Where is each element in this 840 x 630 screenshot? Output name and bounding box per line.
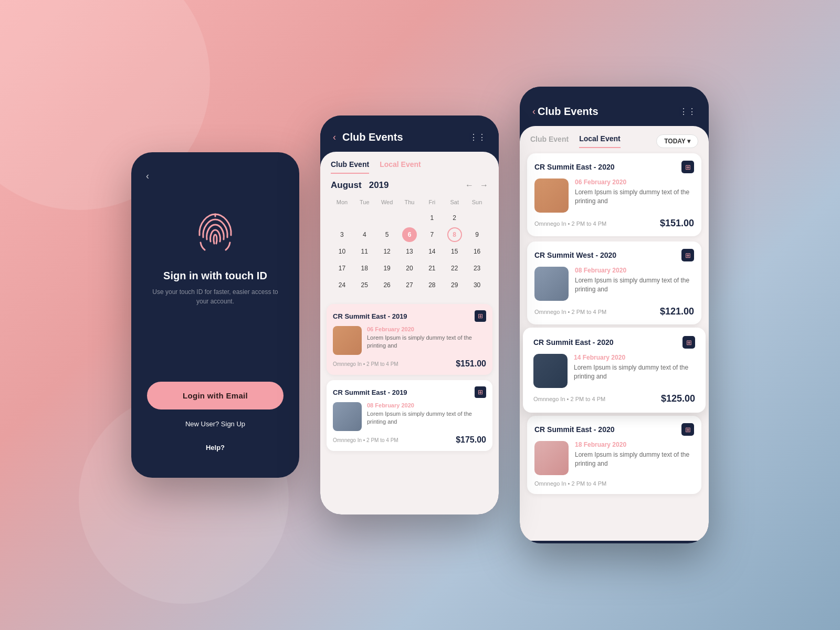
cal-date-14[interactable]: 14 [425, 244, 439, 259]
event-2-date: 08 February 2020 [367, 402, 486, 408]
screen2-back-icon[interactable]: ‹ [333, 132, 336, 143]
s3-bookmark-icon-2: ⊞ [685, 251, 691, 259]
s3-event-4-info: 18 February 2020 Lorem Ipsum is simply d… [575, 441, 694, 475]
cal-date-3[interactable]: 3 [334, 227, 349, 242]
cal-date-12[interactable]: 12 [380, 244, 394, 259]
tab-local-event[interactable]: Local Event [380, 160, 421, 174]
s3-event-3-price: $125.00 [661, 393, 695, 404]
screen3-header-left: ‹ Club Events [532, 106, 598, 118]
tab-s3-club-event[interactable]: Club Event [530, 135, 569, 148]
cal-date-2[interactable]: 2 [447, 211, 462, 225]
event-card-1: CR Summit East - 2019 ⊞ 06 February 2020… [327, 304, 492, 375]
cal-date-5[interactable]: 5 [380, 227, 394, 242]
s3-event-2-desc: Lorem Ipsum is simply dummy text of the … [575, 276, 694, 294]
cal-next-icon[interactable]: → [480, 181, 488, 190]
cal-date-20[interactable]: 20 [402, 261, 417, 276]
sign-in-subtitle: Use your touch ID for faster, easier acc… [147, 287, 284, 306]
cal-date-28[interactable]: 28 [425, 278, 439, 292]
cal-date-8[interactable]: 8 [447, 227, 462, 242]
screen2-tabs: Club Event Local Event [320, 152, 499, 174]
event-2-bookmark[interactable]: ⊞ [475, 386, 486, 398]
cal-day-sun: Sun [466, 197, 488, 207]
tab-club-event[interactable]: Club Event [331, 160, 369, 174]
s3-event-3-title: CR Summit East - 2020 [533, 338, 614, 346]
cal-date-23[interactable]: 23 [470, 261, 485, 276]
s3-event-4-body: 18 February 2020 Lorem Ipsum is simply d… [534, 441, 694, 475]
event-2-meta: Omnnego In • 2 PM to 4 PM [333, 437, 398, 443]
tab-s3-local-event[interactable]: Local Event [579, 134, 621, 148]
s3-event-2-footer: Omnnego In • 2 PM to 4 PM $121.00 [534, 306, 694, 317]
event-2-body: 08 February 2020 Lorem Ipsum is simply d… [333, 402, 486, 431]
cal-date[interactable] [357, 211, 372, 225]
screen3-content: Club Event Local Event TODAY ▾ CR Summit… [520, 126, 709, 541]
s3-card-4-header: CR Summit East - 2020 ⊞ [534, 423, 694, 436]
s3-card-2-header: CR Summit West - 2020 ⊞ [534, 249, 694, 261]
cal-date[interactable] [470, 211, 485, 225]
cal-date-13[interactable]: 13 [402, 244, 417, 259]
event-2-info: 08 February 2020 Lorem Ipsum is simply d… [367, 402, 486, 431]
screen3-dots-icon[interactable]: ⋮⋮ [679, 107, 696, 117]
cal-date[interactable] [334, 211, 349, 225]
s3-event-card-2: CR Summit West - 2020 ⊞ 08 February 2020… [527, 242, 701, 324]
event-1-bookmark[interactable]: ⊞ [475, 310, 486, 322]
cal-date-27[interactable]: 27 [402, 278, 417, 292]
cal-date-9[interactable]: 9 [470, 227, 485, 242]
s3-event-4-desc: Lorem Ipsum is simply dummy text of the … [575, 450, 694, 468]
event-2-footer: Omnnego In • 2 PM to 4 PM $175.00 [333, 435, 486, 445]
calendar-section: August 2019 ← → Mon Tue Wed Thu Fri Sat [320, 174, 499, 300]
screen3-back-icon[interactable]: ‹ [532, 106, 536, 117]
event-1-info: 06 February 2020 Lorem Ipsum is simply d… [367, 326, 486, 355]
cal-date-29[interactable]: 29 [447, 278, 462, 292]
cal-date-22[interactable]: 22 [447, 261, 462, 276]
cal-date-30[interactable]: 30 [470, 278, 485, 292]
cal-date-11[interactable]: 11 [357, 244, 372, 259]
calendar-header: August 2019 ← → [331, 180, 488, 191]
s3-event-2-bookmark[interactable]: ⊞ [681, 249, 694, 261]
new-user-signup-link[interactable]: New User? Sign Up [185, 420, 245, 428]
cal-date-6[interactable]: 6 [402, 227, 417, 242]
s3-event-4-title: CR Summit East - 2020 [534, 425, 615, 434]
s3-bookmark-icon-4: ⊞ [685, 426, 691, 434]
event-1-date: 06 February 2020 [367, 326, 486, 332]
cal-date-7[interactable]: 7 [425, 227, 439, 242]
calendar-grid: Mon Tue Wed Thu Fri Sat Sun 1 [331, 197, 488, 293]
cal-date-24[interactable]: 24 [334, 278, 349, 292]
screens-container: ‹ Sign in with touch ID Use your touch I… [131, 87, 709, 543]
today-button[interactable]: TODAY ▾ [656, 134, 698, 148]
s3-event-3-bookmark[interactable]: ⊞ [682, 336, 695, 349]
cal-date-4[interactable]: 4 [357, 227, 372, 242]
calendar-month-year: August 2019 [331, 180, 389, 191]
cal-date-18[interactable]: 18 [357, 261, 372, 276]
screen2-dots-icon[interactable]: ⋮⋮ [469, 132, 486, 142]
help-link[interactable]: Help? [206, 444, 225, 452]
login-email-button[interactable]: Login with Email [147, 382, 284, 410]
s3-event-1-price: $151.00 [660, 218, 694, 229]
cal-date-21[interactable]: 21 [425, 261, 439, 276]
cal-days-header: Mon Tue Wed Thu Fri Sat Sun [331, 197, 488, 207]
screen2-events-list: CR Summit East - 2019 ⊞ 06 February 2020… [320, 300, 499, 459]
s3-event-card-4: CR Summit East - 2020 ⊞ 18 February 2020… [527, 416, 701, 494]
cal-date-10[interactable]: 10 [334, 244, 349, 259]
s3-event-4-bookmark[interactable]: ⊞ [681, 423, 694, 436]
cal-date[interactable] [380, 211, 394, 225]
s3-event-3-info: 14 February 2020 Lorem Ipsum is simply d… [574, 354, 695, 388]
back-arrow-icon[interactable]: ‹ [146, 171, 149, 182]
cal-day-fri: Fri [421, 197, 443, 207]
cal-date-26[interactable]: 26 [380, 278, 394, 292]
screen3-tabs: Club Event Local Event TODAY ▾ [520, 126, 709, 148]
s3-bookmark-icon-1: ⊞ [685, 163, 691, 171]
cal-date-15[interactable]: 15 [447, 244, 462, 259]
cal-date-25[interactable]: 25 [357, 278, 372, 292]
cal-date-16[interactable]: 16 [470, 244, 485, 259]
cal-date[interactable] [402, 211, 417, 225]
cal-prev-icon[interactable]: ← [465, 181, 474, 190]
s3-event-1-bookmark[interactable]: ⊞ [681, 161, 694, 173]
screen2-title: Club Events [342, 131, 403, 143]
event-1-meta: Omnnego In • 2 PM to 4 PM [333, 361, 398, 367]
cal-date-19[interactable]: 19 [380, 261, 394, 276]
cal-date-17[interactable]: 17 [334, 261, 349, 276]
s3-event-card-3: CR Summit East - 2020 ⊞ 14 February 2020… [523, 328, 706, 413]
s3-event-2-meta: Omnnego In • 2 PM to 4 PM [534, 309, 606, 315]
cal-date-1[interactable]: 1 [425, 211, 439, 225]
s3-event-1-meta: Omnnego In • 2 PM to 4 PM [534, 220, 606, 227]
